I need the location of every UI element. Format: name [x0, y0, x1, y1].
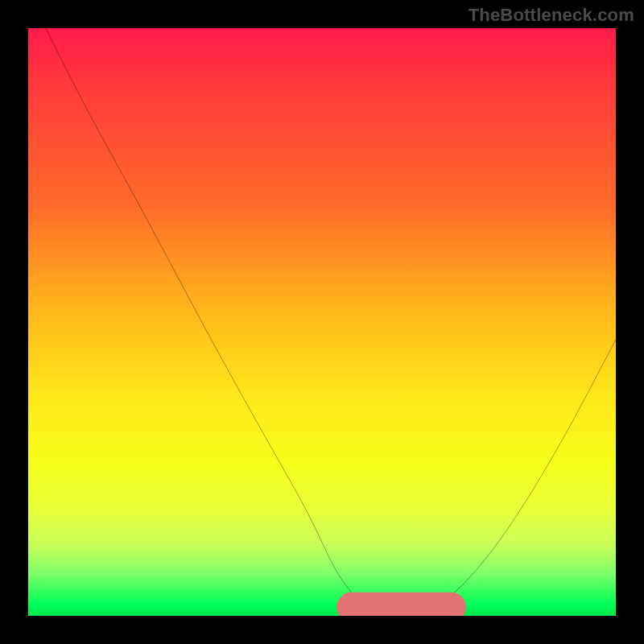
optimal-range-dot-right	[446, 601, 456, 612]
watermark-text: TheBottleneck.com	[469, 5, 634, 26]
chart-frame: TheBottleneck.com	[0, 0, 644, 644]
curve-layer	[28, 28, 616, 616]
plot-area	[28, 28, 616, 616]
bottleneck-curve	[46, 28, 616, 610]
optimal-range-dot-left	[346, 601, 357, 612]
